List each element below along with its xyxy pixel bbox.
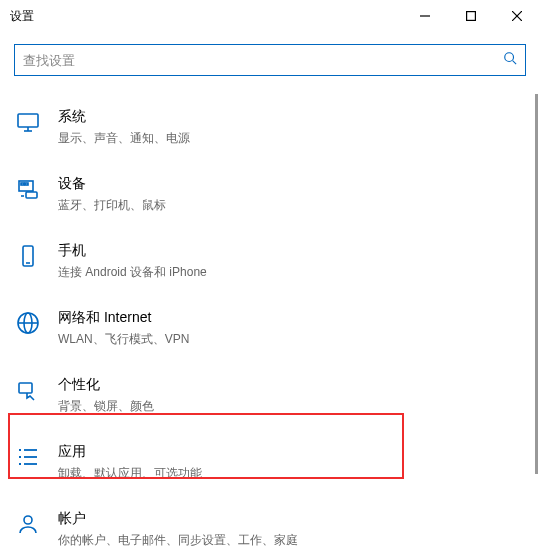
window-title: 设置 <box>10 8 34 25</box>
svg-point-26 <box>24 516 32 524</box>
category-desc: 蓝牙、打印机、鼠标 <box>58 197 166 214</box>
category-personalize[interactable]: 个性化 背景、锁屏、颜色 <box>0 362 540 429</box>
svg-rect-1 <box>467 12 476 21</box>
category-desc: 背景、锁屏、颜色 <box>58 398 154 415</box>
category-devices[interactable]: 设备 蓝牙、打印机、鼠标 <box>0 161 540 228</box>
category-title: 网络和 Internet <box>58 309 189 327</box>
display-icon <box>16 110 40 134</box>
category-accounts[interactable]: 帐户 你的帐户、电子邮件、同步设置、工作、家庭 <box>0 496 540 556</box>
svg-rect-12 <box>26 192 37 198</box>
svg-rect-6 <box>18 114 38 127</box>
search-box[interactable] <box>14 44 526 76</box>
categories-list: 系统 显示、声音、通知、电源 设备 蓝牙、打印机、鼠标 手机 连接 Androi… <box>0 94 540 556</box>
category-apps[interactable]: 应用 卸载、默认应用、可选功能 <box>0 429 540 496</box>
globe-icon <box>16 311 40 335</box>
paintbrush-icon <box>16 378 40 402</box>
svg-rect-11 <box>25 183 28 185</box>
category-desc: 卸载、默认应用、可选功能 <box>58 465 202 482</box>
maximize-button[interactable] <box>448 0 494 32</box>
category-title: 个性化 <box>58 376 154 394</box>
person-icon <box>16 512 40 536</box>
category-title: 帐户 <box>58 510 298 528</box>
scrollbar[interactable] <box>535 94 538 474</box>
titlebar: 设置 <box>0 0 540 32</box>
svg-point-4 <box>505 53 514 62</box>
category-title: 设备 <box>58 175 166 193</box>
category-desc: 显示、声音、通知、电源 <box>58 130 190 147</box>
category-desc: 连接 Android 设备和 iPhone <box>58 264 207 281</box>
category-title: 手机 <box>58 242 207 260</box>
category-phone[interactable]: 手机 连接 Android 设备和 iPhone <box>0 228 540 295</box>
category-title: 应用 <box>58 443 202 461</box>
category-desc: 你的帐户、电子邮件、同步设置、工作、家庭 <box>58 532 298 549</box>
minimize-button[interactable] <box>402 0 448 32</box>
window-controls <box>402 0 540 32</box>
svg-rect-19 <box>19 383 32 393</box>
devices-icon <box>16 177 40 201</box>
svg-rect-10 <box>21 183 24 185</box>
category-desc: WLAN、飞行模式、VPN <box>58 331 189 348</box>
close-button[interactable] <box>494 0 540 32</box>
search-input[interactable] <box>23 53 503 68</box>
apps-list-icon <box>16 445 40 469</box>
category-system[interactable]: 系统 显示、声音、通知、电源 <box>0 94 540 161</box>
svg-line-5 <box>513 61 517 65</box>
search-icon <box>503 51 517 69</box>
category-title: 系统 <box>58 108 190 126</box>
category-network[interactable]: 网络和 Internet WLAN、飞行模式、VPN <box>0 295 540 362</box>
phone-icon <box>16 244 40 268</box>
